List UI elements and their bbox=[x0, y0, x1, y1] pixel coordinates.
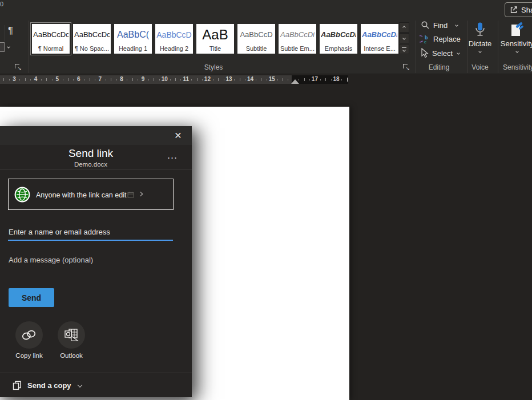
ruler-tick bbox=[309, 79, 310, 80]
ruler-tick bbox=[95, 79, 95, 80]
outlook-button[interactable] bbox=[58, 321, 85, 349]
chevron-down-icon bbox=[478, 50, 482, 53]
dictate-label: Dictate bbox=[469, 39, 491, 48]
chevron-up-icon bbox=[402, 26, 406, 29]
style-sample: AaBbC( bbox=[115, 26, 151, 43]
style-label: Subtitle bbox=[238, 45, 275, 52]
style-sample: AaBbCcDi bbox=[280, 26, 315, 43]
style-label: ¶ Normal bbox=[33, 45, 69, 52]
ruler-number: 10 bbox=[162, 76, 168, 82]
style-chip-subtle-emphasis[interactable]: AaBbCcDi Subtle Em... bbox=[279, 24, 316, 54]
ruler-tick bbox=[325, 78, 326, 81]
voice-group-label: Voice bbox=[471, 63, 488, 71]
ruler-tick bbox=[148, 79, 149, 80]
ruler-number: 15 bbox=[269, 76, 275, 82]
recipient-input[interactable]: Enter a name or email address bbox=[9, 228, 110, 236]
select-button[interactable]: Select bbox=[421, 48, 460, 58]
dictate-button[interactable]: Dictate bbox=[465, 22, 495, 52]
ruler-number: 4 bbox=[34, 76, 38, 82]
chevron-down-icon bbox=[402, 37, 406, 40]
styles-dialog-launcher-icon[interactable] bbox=[403, 64, 409, 70]
ruler-tick bbox=[234, 79, 235, 80]
style-chip-title[interactable]: AaB Title bbox=[196, 24, 234, 54]
ruler-tick bbox=[180, 79, 181, 80]
ruler-tick bbox=[30, 79, 31, 80]
find-button[interactable]: Find bbox=[421, 21, 458, 30]
style-label: Heading 2 bbox=[156, 45, 192, 52]
ruler-tick bbox=[202, 79, 203, 80]
sensitivity-button[interactable]: Sensitivity bbox=[500, 21, 532, 52]
ruler-tick bbox=[9, 79, 10, 80]
dialog-titlebar bbox=[0, 126, 192, 145]
style-label: Emphasis bbox=[320, 45, 357, 52]
style-chip-heading1[interactable]: AaBbC( Heading 1 bbox=[114, 24, 152, 54]
group-separator bbox=[29, 21, 29, 73]
style-chip-heading2[interactable]: AaBbCcD Heading 2 bbox=[155, 24, 193, 54]
more-options-icon[interactable]: … bbox=[167, 149, 178, 161]
cursor-arrow-icon bbox=[421, 48, 429, 58]
chevron-down-icon bbox=[457, 51, 460, 55]
send-a-copy-button[interactable]: Send a copy bbox=[0, 373, 192, 397]
ruler-tick bbox=[63, 79, 63, 80]
copy-link-button[interactable] bbox=[15, 321, 43, 349]
ruler-number: 8 bbox=[120, 76, 123, 82]
style-label: ¶ No Spac... bbox=[74, 45, 110, 52]
gallery-more-button[interactable] bbox=[399, 44, 409, 54]
ruler-tick bbox=[197, 78, 198, 81]
replace-button[interactable]: b c Replace bbox=[420, 34, 461, 44]
gallery-scroll-down-button[interactable] bbox=[399, 33, 409, 43]
word-window: 0 ¶ AaBbCcDc ¶ Normal AaBbCcDc ¶ No Spac… bbox=[0, 0, 532, 400]
style-chip-subtitle[interactable]: AaBbCcD Subtitle bbox=[237, 24, 275, 54]
ruler-number: 14 bbox=[247, 76, 253, 82]
send-button[interactable]: Send bbox=[9, 288, 54, 307]
link-permission-button[interactable]: Anyone with the link can edit bbox=[8, 179, 174, 210]
ruler-tick bbox=[245, 79, 245, 80]
style-sample: AaBbCcD bbox=[156, 26, 192, 43]
style-sample: AaB bbox=[198, 26, 233, 43]
borders-button-icon[interactable] bbox=[0, 42, 5, 52]
replace-icon: b c bbox=[420, 34, 430, 44]
chevron-down-icon bbox=[515, 50, 519, 53]
close-icon[interactable]: × bbox=[171, 128, 185, 142]
group-separator bbox=[5, 25, 5, 41]
ruler-number: 3 bbox=[13, 76, 16, 82]
styles-group-label: Styles bbox=[204, 63, 223, 71]
borders-dropdown-chevron-icon[interactable] bbox=[7, 45, 10, 49]
ruler-number: 13 bbox=[225, 76, 232, 82]
ruler-tick bbox=[90, 78, 90, 81]
style-chip-emphasis[interactable]: AaBbCcDi Emphasis bbox=[320, 24, 357, 54]
ruler-tick bbox=[25, 78, 26, 81]
style-sample: AaBbCcDi bbox=[362, 26, 397, 43]
ruler-tick bbox=[3, 78, 4, 81]
show-formatting-marks-button[interactable]: ¶ bbox=[8, 25, 13, 37]
ruler-tick bbox=[277, 79, 278, 80]
share-button[interactable]: Share bbox=[505, 2, 532, 17]
chevron-down-icon bbox=[455, 23, 458, 27]
link-icon bbox=[21, 329, 38, 341]
sensitivity-icon bbox=[509, 21, 525, 38]
ruler-tick bbox=[132, 78, 133, 81]
style-chip-normal[interactable]: AaBbCcDc ¶ Normal bbox=[32, 24, 70, 54]
find-label: Find bbox=[433, 21, 448, 30]
message-input[interactable]: Add a message (optional) bbox=[9, 256, 93, 264]
ruler-tick bbox=[52, 79, 53, 80]
ruler-number: 7 bbox=[99, 76, 102, 82]
style-chip-no-spacing[interactable]: AaBbCcDc ¶ No Spac... bbox=[73, 24, 111, 54]
ruler-tick bbox=[331, 79, 332, 80]
chevron-right-icon bbox=[138, 192, 143, 196]
style-sample: AaBbCcDc bbox=[74, 26, 110, 43]
style-sample: AaBbCcD bbox=[239, 26, 274, 43]
ruler-number: 9 bbox=[142, 76, 145, 82]
ruler-tick bbox=[170, 79, 171, 80]
microphone-icon bbox=[474, 22, 486, 38]
outlook-label: Outlook bbox=[60, 352, 83, 359]
input-underline bbox=[8, 240, 173, 241]
share-icon bbox=[510, 6, 518, 14]
style-chip-intense-emphasis[interactable]: AaBbCcDi Intense E... bbox=[361, 24, 398, 54]
paragraph-dialog-launcher-icon[interactable] bbox=[15, 64, 21, 70]
send-link-dialog: × Send link Demo.docx … Anyone with the … bbox=[0, 126, 192, 397]
permission-label: Anyone with the link can edit bbox=[36, 179, 126, 211]
ruler-number: 6 bbox=[77, 76, 80, 82]
gallery-scroll-up-button[interactable] bbox=[399, 22, 409, 33]
indent-marker[interactable] bbox=[291, 79, 299, 84]
